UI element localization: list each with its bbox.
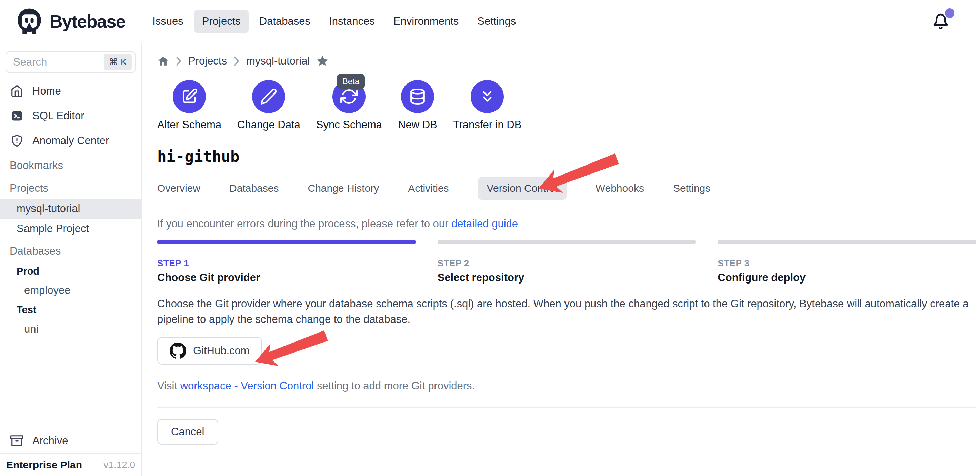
breadcrumb-current-project[interactable]: mysql-tutorial <box>246 55 310 67</box>
footer-divider <box>157 408 976 408</box>
cancel-button[interactable]: Cancel <box>157 419 218 445</box>
step-3: STEP 3 Configure deploy <box>718 240 976 284</box>
action-new-db[interactable]: New DB <box>398 80 437 131</box>
sidebar-item-label: Home <box>32 85 61 97</box>
tab-change-history[interactable]: Change History <box>308 183 379 194</box>
step-progress-bar <box>157 240 415 244</box>
tab-overview[interactable]: Overview <box>157 183 200 194</box>
chevron-right-icon <box>175 56 182 66</box>
main-content: Projects mysql-tutorial Alter Schema <box>142 43 980 476</box>
visit-workspace-note: Visit workspace - Version Control settin… <box>157 380 976 392</box>
section-label-bookmarks: Bookmarks <box>0 153 142 176</box>
nav-settings[interactable]: Settings <box>469 10 524 33</box>
chevron-right-icon <box>233 56 240 66</box>
action-label: Sync Schema <box>316 119 382 131</box>
sidebar-item-archive[interactable]: Archive <box>0 428 142 453</box>
notice-text: If you encounter errors during the proce… <box>157 218 451 230</box>
sidebar-project-sample-project[interactable]: Sample Project <box>0 219 142 239</box>
chevrons-down-icon <box>479 88 496 105</box>
tab-webhooks[interactable]: Webhooks <box>595 183 644 194</box>
sidebar-item-label: SQL Editor <box>32 110 84 122</box>
action-change-data[interactable]: Change Data <box>237 80 300 131</box>
sidebar-project-mysql-tutorial[interactable]: mysql-tutorial <box>0 199 142 219</box>
step-label: STEP 2 <box>438 258 696 269</box>
sidebar-item-anomaly-center[interactable]: Anomaly Center <box>0 128 142 153</box>
action-transfer-in-db[interactable]: Transfer in DB <box>453 80 522 131</box>
tab-activities[interactable]: Activities <box>408 183 449 194</box>
sync-icon <box>340 88 358 105</box>
pencil-icon <box>260 88 277 105</box>
edit-square-icon <box>181 88 198 105</box>
sidebar-item-sql-editor[interactable]: SQL Editor <box>0 103 142 128</box>
alter-schema-button[interactable] <box>173 80 206 113</box>
environment-prod: Prod <box>0 261 142 281</box>
database-icon <box>409 88 426 105</box>
step-title: Select repository <box>438 271 696 284</box>
github-icon <box>170 342 186 359</box>
beta-badge: Beta <box>337 74 365 89</box>
sidebar-spacer <box>0 339 142 428</box>
home-icon <box>10 84 24 98</box>
app-version: v1.12.0 <box>103 459 135 470</box>
sidebar-database-uni[interactable]: uni <box>0 319 142 339</box>
page-title: hi-github <box>157 148 976 165</box>
sidebar-item-home[interactable]: Home <box>0 79 142 103</box>
search-shortcut-key: ⌘ K <box>104 54 132 70</box>
breadcrumb-home-icon[interactable] <box>157 55 169 67</box>
search-input[interactable] <box>13 56 104 68</box>
visit-suffix: setting to add more Git providers. <box>314 380 475 392</box>
sidebar: ⌘ K Home SQL Editor Anomaly Center Bookm… <box>0 43 142 476</box>
change-data-button[interactable] <box>252 80 285 113</box>
transfer-in-db-button[interactable] <box>471 80 504 113</box>
breadcrumb-projects[interactable]: Projects <box>188 55 227 67</box>
step-progress-bar <box>438 240 696 244</box>
tab-version-control[interactable]: Version Control <box>478 177 566 200</box>
action-sync-schema[interactable]: Beta Sync Schema <box>316 80 382 131</box>
nav-issues[interactable]: Issues <box>145 10 191 33</box>
plan-name: Enterprise Plan <box>6 459 82 471</box>
project-tabs: Overview Databases Change History Activi… <box>157 175 976 202</box>
tab-databases[interactable]: Databases <box>229 183 278 194</box>
nav-environments[interactable]: Environments <box>385 10 467 33</box>
archive-icon <box>10 434 24 447</box>
brand-name: Bytebase <box>50 11 125 32</box>
visit-prefix: Visit <box>157 380 180 392</box>
action-alter-schema[interactable]: Alter Schema <box>157 80 221 131</box>
quick-actions: Alter Schema Change Data Beta Sync Schem… <box>157 80 976 131</box>
workspace-version-control-link[interactable]: workspace - Version Control <box>180 380 314 392</box>
top-header: Bytebase Issues Projects Databases Insta… <box>0 0 980 43</box>
step-title: Configure deploy <box>718 271 976 284</box>
step-label: STEP 1 <box>157 258 415 269</box>
action-label: New DB <box>398 119 437 131</box>
step-1: STEP 1 Choose Git provider <box>157 240 415 284</box>
sidebar-item-label: Anomaly Center <box>32 135 109 147</box>
favorite-star-icon[interactable] <box>316 54 329 68</box>
terminal-icon <box>10 109 24 123</box>
notification-bell-icon[interactable] <box>932 13 949 30</box>
github-provider-button[interactable]: GitHub.com <box>157 337 262 365</box>
sidebar-database-employee[interactable]: employee <box>0 281 142 300</box>
wizard-steps: STEP 1 Choose Git provider STEP 2 Select… <box>157 240 976 284</box>
sidebar-item-label: Archive <box>32 435 68 447</box>
github-provider-label: GitHub.com <box>193 345 250 357</box>
action-label: Change Data <box>237 119 300 131</box>
nav-instances[interactable]: Instances <box>321 10 383 33</box>
new-db-button[interactable] <box>401 80 434 113</box>
top-nav: Issues Projects Databases Instances Envi… <box>145 10 524 33</box>
error-notice: If you encounter errors during the proce… <box>157 218 976 230</box>
action-label: Alter Schema <box>157 119 221 131</box>
bytebase-logo[interactable]: Bytebase <box>14 6 125 36</box>
nav-projects[interactable]: Projects <box>194 10 249 33</box>
bytebase-logo-icon <box>14 6 44 36</box>
detailed-guide-link[interactable]: detailed guide <box>451 218 518 230</box>
breadcrumb: Projects mysql-tutorial <box>157 54 976 68</box>
nav-databases[interactable]: Databases <box>251 10 318 33</box>
tab-settings[interactable]: Settings <box>673 183 710 194</box>
unread-notification-dot <box>945 8 955 18</box>
step-2: STEP 2 Select repository <box>438 240 696 284</box>
sidebar-footer: Enterprise Plan v1.12.0 <box>0 453 142 476</box>
step-progress-bar <box>718 240 976 244</box>
environment-test: Test <box>0 300 142 319</box>
section-label-databases: Databases <box>0 239 142 261</box>
action-label: Transfer in DB <box>453 119 522 131</box>
